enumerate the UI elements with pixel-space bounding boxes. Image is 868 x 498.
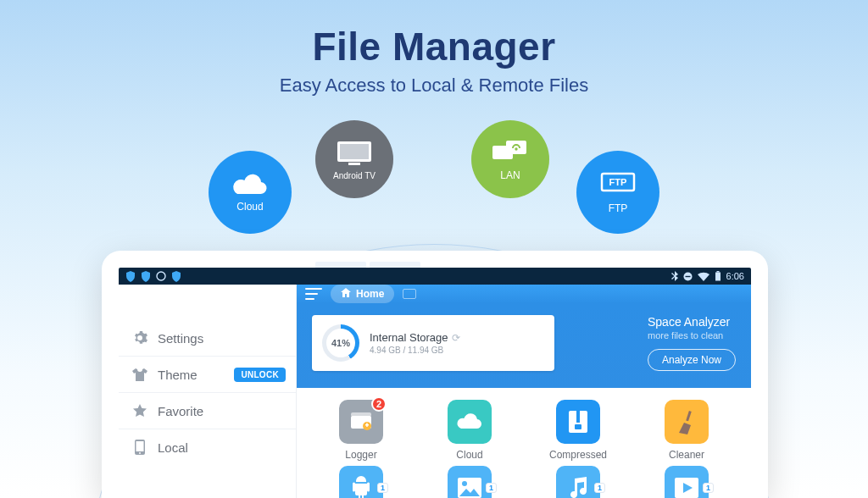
svg-point-15 [139, 452, 141, 454]
bubble-ftp-label: FTP [609, 202, 628, 214]
bubble-lan: LAN [471, 120, 549, 198]
analyze-now-button[interactable]: Analyze Now [648, 349, 736, 371]
analyzer-title: Space Analyzer [648, 315, 736, 329]
sidebar-item-local[interactable]: Local [119, 429, 296, 465]
tile-video-badge: 1 [703, 483, 714, 493]
cloud-tile-icon [448, 400, 492, 444]
main: Home 41% Internal Storage⟳ 4.94 GB / 11.… [297, 285, 751, 498]
lan-icon [491, 137, 530, 166]
tile-image-badge: 1 [486, 483, 497, 493]
sidebar-local-label: Local [158, 440, 188, 455]
svg-rect-22 [576, 411, 580, 423]
tv-icon [335, 139, 374, 168]
storage-card[interactable]: 41% Internal Storage⟳ 4.94 GB / 11.94 GB [312, 315, 554, 371]
unlock-badge[interactable]: UNLOCK [234, 368, 286, 382]
bubble-ftp: FTP FTP [576, 151, 659, 234]
svg-rect-17 [351, 412, 371, 417]
status-right: 6:06 [671, 271, 744, 281]
status-time: 6:06 [726, 271, 744, 281]
tile-app[interactable]: 1 [312, 466, 410, 498]
tablet-frame: 6:06 Settings Theme UNLOCK Favor [102, 251, 768, 498]
logger-badge: 2 [371, 396, 387, 412]
breadcrumb-home-label: Home [356, 288, 384, 300]
svg-rect-24 [686, 411, 692, 421]
shield-icon [125, 271, 136, 282]
status-left [125, 271, 181, 282]
svg-text:FTP: FTP [609, 177, 627, 187]
shield-icon [171, 271, 181, 282]
tile-logger-label: Logger [345, 449, 376, 461]
windows-button[interactable] [403, 289, 416, 299]
svg-rect-23 [575, 424, 581, 429]
tile-logger[interactable]: 2 Logger [312, 400, 410, 461]
tile-grid: 2 Logger Cloud Compressed [297, 388, 751, 498]
tile-image[interactable]: 1 [420, 466, 519, 498]
breadcrumb-home[interactable]: Home [331, 285, 394, 303]
svg-rect-10 [685, 275, 690, 276]
bubble-android-tv: Android TV [315, 120, 393, 198]
svg-rect-2 [348, 163, 360, 165]
refresh-icon[interactable]: ⟳ [452, 332, 460, 344]
cleaner-icon [665, 400, 709, 444]
image-icon [448, 466, 492, 498]
hamburger-icon[interactable] [305, 288, 322, 300]
svg-rect-12 [716, 271, 719, 273]
tile-cleaner[interactable]: Cleaner [637, 400, 736, 461]
hero-title: File Manager [0, 24, 868, 69]
svg-rect-20 [366, 423, 368, 428]
tile-cloud-label: Cloud [456, 449, 482, 461]
android-icon [339, 466, 383, 498]
home-icon [341, 288, 351, 300]
tile-compressed-label: Compressed [549, 449, 607, 461]
storage-row: 41% Internal Storage⟳ 4.94 GB / 11.94 GB… [297, 303, 751, 388]
bubble-tv-label: Android TV [333, 171, 376, 180]
tile-compressed[interactable]: Compressed [529, 400, 627, 461]
tile-music-badge: 1 [594, 483, 605, 493]
svg-rect-1 [340, 144, 369, 159]
bubble-lan-label: LAN [500, 169, 520, 181]
tile-music[interactable]: 1 [529, 466, 627, 498]
storage-text: Internal Storage⟳ 4.94 GB / 11.94 GB [370, 331, 460, 355]
tile-app-badge: 1 [377, 483, 388, 493]
analyzer-block: Space Analyzer more files to clean Analy… [648, 315, 736, 371]
circle-icon [156, 271, 166, 281]
tile-cleaner-label: Cleaner [669, 449, 704, 461]
tablet-screen: 6:06 Settings Theme UNLOCK Favor [119, 268, 751, 498]
gear-icon [132, 330, 147, 346]
hero: File Manager Easy Access to Local & Remo… [0, 0, 868, 97]
sidebar-item-settings[interactable]: Settings [119, 320, 296, 356]
bubble-cloud-label: Cloud [236, 201, 263, 213]
wifi-icon [698, 272, 709, 281]
dnd-icon [683, 272, 693, 281]
svg-point-26 [462, 481, 467, 486]
svg-rect-4 [506, 141, 526, 154]
storage-ring: 41% [322, 324, 359, 362]
status-bar: 6:06 [119, 268, 751, 285]
sidebar-item-favorite[interactable]: Favorite [119, 393, 296, 429]
storage-detail: 4.94 GB / 11.94 GB [370, 346, 460, 355]
video-icon [665, 466, 709, 498]
compressed-icon [556, 400, 600, 444]
svg-rect-11 [715, 273, 721, 281]
battery-icon [715, 271, 721, 281]
topbar: Home [297, 285, 751, 303]
storage-title: Internal Storage [370, 331, 448, 344]
app: Settings Theme UNLOCK Favorite Local [119, 285, 751, 498]
bluetooth-icon [671, 271, 678, 281]
sidebar-theme-label: Theme [158, 368, 198, 382]
cloud-icon [231, 172, 270, 197]
tile-cloud[interactable]: Cloud [420, 400, 519, 461]
shirt-icon [132, 367, 147, 382]
analyzer-sub: more files to clean [648, 330, 736, 340]
star-icon [132, 403, 147, 418]
shield-icon [141, 271, 151, 282]
phone-icon [132, 440, 147, 455]
svg-point-5 [515, 147, 517, 150]
sidebar-settings-label: Settings [158, 331, 203, 346]
bubble-cloud: Cloud [209, 151, 292, 234]
ftp-icon: FTP [597, 170, 639, 199]
tile-video[interactable]: 1 [637, 466, 736, 498]
svg-rect-14 [136, 441, 144, 451]
sidebar-item-theme[interactable]: Theme UNLOCK [119, 357, 296, 392]
svg-point-8 [157, 272, 165, 280]
